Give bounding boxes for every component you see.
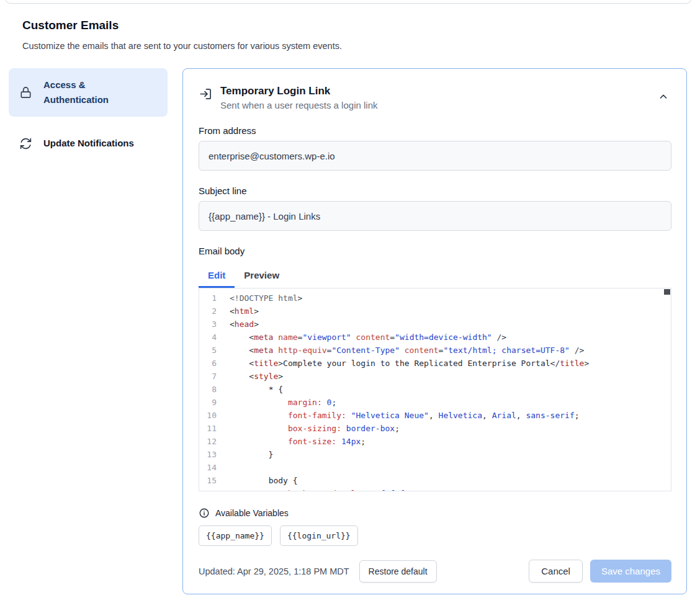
restore-default-button[interactable]: Restore default xyxy=(359,560,437,583)
code-editor[interactable]: 1<!DOCTYPE html>2<html>3<head>4 <meta na… xyxy=(199,288,671,491)
code-text: <title>Complete your login to the Replic… xyxy=(217,357,589,370)
email-body-label: Email body xyxy=(199,246,671,256)
save-changes-button[interactable]: Save changes xyxy=(590,560,671,583)
cancel-button[interactable]: Cancel xyxy=(529,560,583,583)
code-line[interactable]: 14 xyxy=(199,461,671,474)
tab-preview[interactable]: Preview xyxy=(235,262,289,288)
editor-scrollbar-thumb[interactable] xyxy=(664,289,670,295)
collapse-button[interactable] xyxy=(655,89,671,105)
variable-chip-app-name[interactable]: {{app_name}} xyxy=(199,525,272,546)
line-number: 14 xyxy=(199,461,217,474)
panel-header: Temporary Login Link Sent when a user re… xyxy=(199,85,671,110)
subject-line-label: Subject line xyxy=(199,186,671,196)
code-text: <meta http-equiv="Content-Type" content=… xyxy=(217,344,584,357)
code-text: font-family: "Helvetica Neue", Helvetica… xyxy=(217,409,580,422)
panel-subtitle: Sent when a user requests a login link xyxy=(220,100,655,110)
code-text: <style> xyxy=(217,370,283,383)
code-line[interactable]: 7 <style> xyxy=(199,370,671,383)
login-arrow-icon xyxy=(199,87,213,101)
line-number: 15 xyxy=(199,474,217,487)
code-line[interactable]: 3<head> xyxy=(199,318,671,331)
code-line[interactable]: 13 } xyxy=(199,448,671,461)
line-number: 16 xyxy=(199,487,217,491)
sidebar-item-label: Access & Authentication xyxy=(43,78,132,107)
line-number: 4 xyxy=(199,331,217,344)
panel-title: Temporary Login Link xyxy=(220,85,655,97)
page-subtitle: Customize the emails that are sent to yo… xyxy=(22,41,342,51)
code-text: } xyxy=(217,448,273,461)
from-address-input[interactable] xyxy=(199,141,671,171)
code-text: * { xyxy=(217,383,283,396)
from-address-label: From address xyxy=(199,125,671,136)
previous-card-bottom-edge xyxy=(5,0,692,4)
code-line[interactable]: 8 * { xyxy=(199,383,671,396)
code-line[interactable]: 15 body { xyxy=(199,474,671,487)
updated-timestamp: Updated: Apr 29, 2025, 1:18 PM MDT xyxy=(199,566,349,576)
code-text xyxy=(217,461,230,474)
line-number: 12 xyxy=(199,435,217,448)
code-line[interactable]: 6 <title>Complete your login to the Repl… xyxy=(199,357,671,370)
code-text: body { xyxy=(217,474,298,487)
line-number: 7 xyxy=(199,370,217,383)
panel-footer: Updated: Apr 29, 2025, 1:18 PM MDT Resto… xyxy=(199,560,671,583)
line-number: 9 xyxy=(199,396,217,409)
code-line[interactable]: 11 box-sizing: border-box; xyxy=(199,422,671,435)
sidebar-item-update-notifications[interactable]: Update Notifications xyxy=(9,127,168,160)
page-title: Customer Emails xyxy=(22,19,119,32)
code-line[interactable]: 5 <meta http-equiv="Content-Type" conten… xyxy=(199,344,671,357)
lock-icon xyxy=(19,86,33,100)
code-line[interactable]: 4 <meta name="viewport" content="width=d… xyxy=(199,331,671,344)
code-text: box-sizing: border-box; xyxy=(217,422,400,435)
code-text: font-size: 14px; xyxy=(217,435,366,448)
code-text: <html> xyxy=(217,305,259,318)
code-text: margin: 0; xyxy=(217,396,336,409)
available-variables-row: Available Variables xyxy=(199,507,671,519)
line-number: 11 xyxy=(199,422,217,435)
refresh-icon xyxy=(19,136,33,151)
code-line[interactable]: 9 margin: 0; xyxy=(199,396,671,409)
code-editor-lines: 1<!DOCTYPE html>2<html>3<head>4 <meta na… xyxy=(199,292,671,491)
line-number: 2 xyxy=(199,305,217,318)
line-number: 8 xyxy=(199,383,217,396)
variable-chip-login-url[interactable]: {{login_url}} xyxy=(280,525,358,546)
subject-line-input[interactable] xyxy=(199,201,671,231)
line-number: 1 xyxy=(199,292,217,305)
line-number: 10 xyxy=(199,409,217,422)
code-line[interactable]: 12 font-size: 14px; xyxy=(199,435,671,448)
code-line[interactable]: 10 font-family: "Helvetica Neue", Helvet… xyxy=(199,409,671,422)
code-line[interactable]: 1<!DOCTYPE html> xyxy=(199,292,671,305)
code-text: <head> xyxy=(217,318,259,331)
sidebar-item-label: Update Notifications xyxy=(43,136,134,151)
code-text: background-color: #f9f9f9; xyxy=(217,487,414,491)
code-text: <meta name="viewport" content="width=dev… xyxy=(217,331,506,344)
panel-header-text: Temporary Login Link Sent when a user re… xyxy=(220,85,655,110)
editor-tabs: Edit Preview xyxy=(199,262,671,288)
line-number: 5 xyxy=(199,344,217,357)
variable-chips: {{app_name}} {{login_url}} xyxy=(199,525,671,546)
code-text: <!DOCTYPE html> xyxy=(217,292,302,305)
code-line[interactable]: 2<html> xyxy=(199,305,671,318)
sidebar: Access & Authentication Update Notificat… xyxy=(9,68,168,160)
available-variables-label: Available Variables xyxy=(215,508,289,518)
chevron-up-icon xyxy=(658,91,669,102)
line-number: 3 xyxy=(199,318,217,331)
sidebar-item-access-authentication[interactable]: Access & Authentication xyxy=(9,68,168,117)
line-number: 13 xyxy=(199,448,217,461)
line-number: 6 xyxy=(199,357,217,370)
code-line[interactable]: 16 background-color: #f9f9f9; xyxy=(199,487,671,491)
info-icon xyxy=(199,507,210,519)
email-template-panel: Temporary Login Link Sent when a user re… xyxy=(182,68,687,594)
tab-edit[interactable]: Edit xyxy=(199,262,235,288)
